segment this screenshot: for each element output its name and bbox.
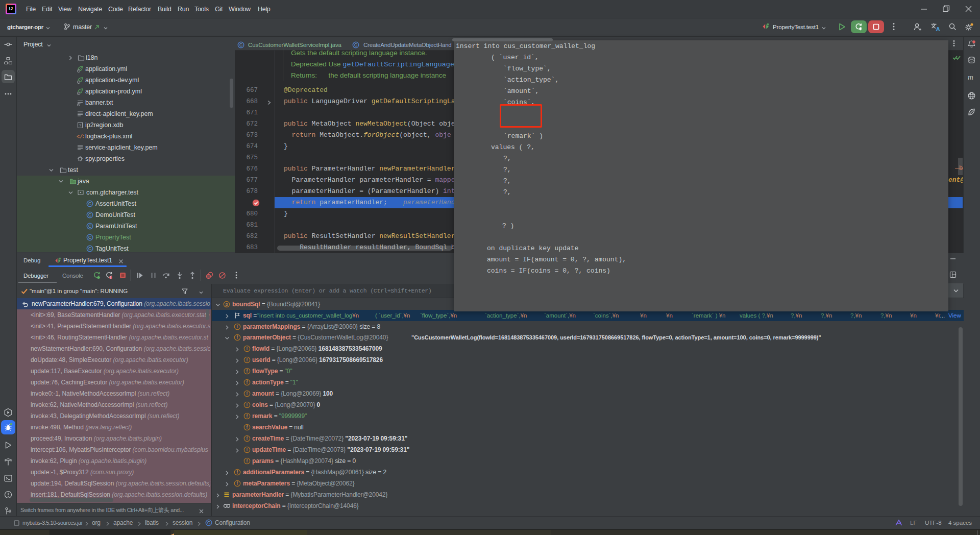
svg-text:C: C [239,42,242,47]
svg-text:f: f [247,402,248,407]
svg-text:C: C [88,212,91,217]
svg-text:</>: </> [77,134,84,140]
svg-text:f: f [237,324,238,329]
svg-text:C: C [207,520,210,525]
svg-text:f: f [247,380,248,385]
svg-text:f: f [247,458,248,464]
svg-text:?: ? [79,123,82,128]
svg-text:C: C [88,201,91,206]
svg-text:f: f [247,414,248,419]
svg-text:C: C [354,42,357,47]
svg-text:f: f [247,391,248,396]
svg-text:f: f [247,369,248,374]
svg-text:f: f [247,346,248,351]
svg-text:f: f [247,425,248,430]
svg-text:p: p [226,302,228,307]
svg-text:A: A [936,26,940,32]
svg-text:f: f [237,470,238,475]
svg-text:C: C [88,235,91,240]
svg-text:f: f [237,481,238,486]
svg-text:C: C [88,224,91,229]
svg-text:C: C [88,246,91,251]
svg-text:f: f [247,357,248,362]
svg-text:f: f [247,436,248,441]
svg-text:!: ! [110,276,111,279]
svg-text:f: f [247,447,248,452]
svg-text:f: f [237,335,238,340]
